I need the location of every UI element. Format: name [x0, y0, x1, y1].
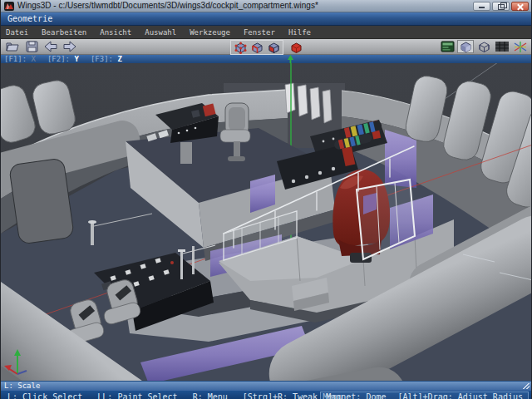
workmode-icon[interactable]: [439, 40, 456, 53]
f1-axis: X: [32, 55, 36, 63]
smooth-shaded-icon[interactable]: [457, 40, 474, 53]
undo-arrow-icon[interactable]: [42, 40, 59, 53]
save-icon[interactable]: [23, 40, 40, 53]
close-icon: [512, 2, 528, 10]
open-folder-icon[interactable]: [4, 40, 21, 53]
restore-icon: [498, 4, 505, 10]
redo-arrow-icon[interactable]: [62, 40, 78, 53]
face-select-icon[interactable]: [265, 41, 282, 54]
vertex-select-icon[interactable]: [232, 41, 249, 54]
axis-hotkey-bar: [F1]: X [F2]: Y [F3]: Z: [1, 55, 531, 63]
status-bar: L: Click Select LL: Paint Select R: Menu…: [1, 391, 531, 399]
status-menu: R: Menu: [193, 391, 228, 399]
y-axis-arrow-tip: [287, 55, 294, 63]
f2-label: [F2]:: [47, 55, 70, 63]
body-select-icon[interactable]: [288, 41, 304, 54]
axes-icon[interactable]: [512, 40, 529, 53]
menu-hilfe[interactable]: Hilfe: [288, 28, 311, 37]
f1-label: [F1]:: [4, 55, 27, 63]
viewport-3d-scene: [1, 63, 532, 381]
scale-info-text: L: Scale: [1, 382, 40, 391]
wireframe-icon[interactable]: [475, 40, 492, 53]
status-magnet: Magnet: Dome: [326, 391, 386, 399]
f3-axis: Z: [117, 55, 121, 63]
menubar: Datei Bearbeiten Ansicht Auswahl Werkzeu…: [1, 26, 531, 39]
geometry-window-titlebar[interactable]: Geometrie: [1, 12, 531, 26]
grid-icon[interactable]: [494, 40, 510, 53]
edge-select-icon[interactable]: [249, 41, 265, 54]
menu-ansicht[interactable]: Ansicht: [100, 28, 131, 37]
viewport-3d[interactable]: [1, 63, 531, 381]
menu-fenster[interactable]: Fenster: [244, 28, 275, 37]
status-click-select: L: Click Select: [7, 391, 82, 399]
menu-werkzeuge[interactable]: Werkzeuge: [190, 28, 230, 37]
scale-info-bar: L: Scale: [1, 381, 531, 391]
selection-mode-group: [230, 40, 283, 55]
minimize-icon: [479, 7, 485, 8]
titlebar: Wings3D - c:/Users/tlwmdbt/Documents/3D/…: [1, 0, 531, 12]
wings3d-app-icon: [4, 2, 14, 11]
geometry-window-title: Geometrie: [1, 14, 52, 23]
resize-grip[interactable]: [523, 383, 530, 389]
restore-button[interactable]: [492, 2, 510, 11]
menu-bearbeiten[interactable]: Bearbeiten: [42, 28, 86, 37]
menu-datei[interactable]: Datei: [6, 28, 28, 37]
close-button[interactable]: [511, 2, 529, 11]
minimize-button[interactable]: [473, 2, 490, 11]
magnet-panel: Magnet: Dome [Alt]+Drag: Adjust Radius: [320, 392, 529, 399]
f3-label: [F3]:: [91, 55, 113, 63]
toolbar: [1, 39, 531, 55]
menu-auswahl[interactable]: Auswahl: [145, 28, 176, 37]
window-title: Wings3D - c:/Users/tlwmdbt/Documents/3D/…: [17, 0, 473, 12]
f2-axis: Y: [74, 55, 78, 63]
status-paint-select: LL: Paint Select: [97, 391, 177, 399]
wings3d-window: Wings3D - c:/Users/tlwmdbt/Documents/3D/…: [0, 0, 532, 399]
status-adjust-radius: [Alt]+Drag: Adjust Radius: [397, 391, 523, 399]
